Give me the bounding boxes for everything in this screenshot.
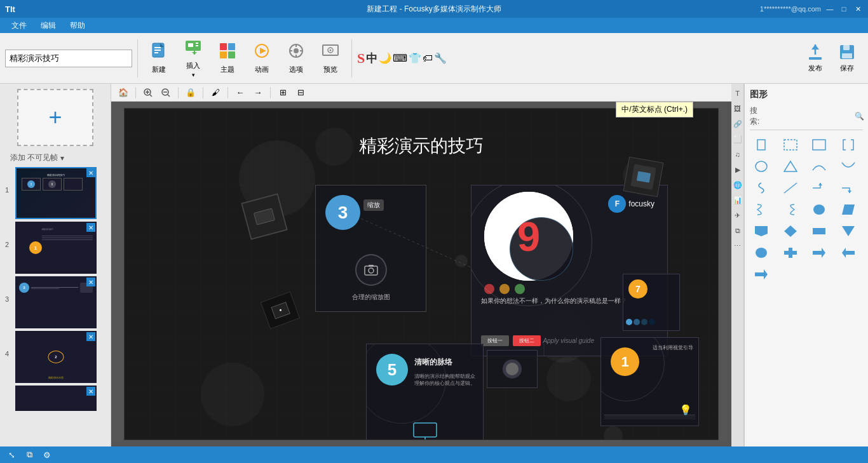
slide-thumb-1[interactable]: ✕ 精彩演示的技巧 3 9 — [15, 167, 97, 219]
rp-globe-icon[interactable]: 🌐 — [731, 178, 744, 192]
rp-layers-icon[interactable]: ⧉ — [731, 224, 744, 238]
shape-arc-top[interactable] — [808, 157, 831, 176]
shape-arrow-down-right[interactable] — [837, 178, 860, 198]
brand-keyboard-icon[interactable]: ⌨ — [393, 52, 407, 64]
shape-arrow-right2-filled[interactable] — [750, 265, 773, 284]
brand-tools-icon[interactable]: 🔧 — [434, 52, 447, 64]
shape-curve-s-left[interactable] — [750, 200, 773, 219]
rp-chart-icon[interactable]: 📊 — [731, 193, 744, 207]
svg-line-37 — [168, 95, 170, 97]
home-tool-button[interactable]: 🏠 — [116, 86, 130, 100]
settings-status-button[interactable]: ⚙ — [41, 448, 53, 461]
shape-circle-filled[interactable] — [808, 200, 831, 219]
shape-curve-s-right[interactable] — [779, 200, 802, 219]
shape-wavy-left[interactable] — [750, 178, 773, 198]
svg-marker-51 — [784, 161, 797, 171]
slide-thumb-3[interactable]: ✕ 3 — [15, 276, 97, 328]
title-input[interactable] — [5, 50, 132, 67]
shape-dashed-rect[interactable] — [779, 135, 802, 154]
expand-button[interactable]: ⤡ — [5, 448, 18, 461]
rp-link-icon[interactable]: 🔗 — [731, 117, 744, 131]
options-label: 选项 — [289, 65, 303, 74]
brand-moon-icon[interactable]: 🌙 — [379, 52, 391, 64]
animation-button[interactable]: 动画 — [246, 36, 278, 81]
rp-music-icon[interactable]: ♫ — [731, 147, 744, 161]
slide-canvas-5 — [17, 387, 95, 410]
shape-rect[interactable] — [808, 135, 831, 154]
maximize-button[interactable]: □ — [839, 4, 849, 14]
preview-button[interactable]: 预览 — [315, 36, 346, 81]
floating-card-1[interactable] — [623, 157, 664, 198]
shape-circle[interactable] — [750, 157, 773, 176]
brand-tag-icon[interactable]: 🏷 — [423, 53, 433, 64]
rp-more-icon[interactable]: ⋯ — [731, 239, 744, 253]
shape-parallelogram[interactable] — [837, 200, 860, 219]
minimize-button[interactable]: — — [825, 4, 835, 14]
zoom-in-button[interactable] — [141, 86, 155, 100]
align-button[interactable]: ⊟ — [294, 86, 308, 100]
card-5[interactable]: 5 清晰的脉络 清晰的演示结构能帮助观众理解你的核心观点与逻辑。 — [366, 344, 484, 440]
slide-thumb-2[interactable]: ✕ 1 精彩演示技巧 — [15, 222, 97, 274]
add-slide-button[interactable]: + — [17, 89, 93, 146]
card-6[interactable] — [487, 350, 538, 388]
shape-cross[interactable] — [779, 243, 802, 262]
slide-thumb-4[interactable]: ✕ 精彩演示示范 2 — [15, 331, 97, 383]
shape-circle-filled-2[interactable] — [750, 243, 773, 262]
slide-close-5[interactable]: ✕ — [86, 387, 95, 396]
redo-button[interactable]: → — [251, 86, 265, 100]
add-slide-dropdown-icon: ▾ — [60, 154, 64, 163]
shape-triangle-down[interactable] — [837, 222, 860, 241]
shape-arc-empty[interactable] — [837, 157, 860, 176]
rp-text-icon[interactable]: T — [731, 86, 744, 100]
rp-image-icon[interactable]: 🖼 — [731, 102, 744, 116]
new-button[interactable]: 新建 — [143, 36, 175, 81]
svg-marker-69 — [764, 269, 768, 279]
insert-dropdown-icon: ▾ — [192, 72, 195, 78]
add-slide-label[interactable]: 添加 不可见帧 ▾ — [8, 151, 103, 164]
lock-button[interactable]: 🔒 — [184, 86, 198, 100]
zoom-out-button[interactable] — [159, 86, 173, 100]
brand-zh-icon[interactable]: 中 — [366, 51, 377, 66]
shape-arrow-right-filled[interactable] — [808, 243, 831, 262]
toolbar-right: 发布 保存 — [799, 36, 863, 81]
shape-diamond[interactable] — [779, 222, 802, 241]
shape-triangle[interactable] — [779, 157, 802, 176]
tooltip: 中/英文标点 (Ctrl+.) — [616, 102, 693, 117]
shape-pentagon-down[interactable] — [750, 222, 773, 241]
insert-button[interactable]: 插入 ▾ — [177, 36, 209, 81]
shape-rect-wide[interactable] — [808, 222, 831, 241]
card-1-bottom[interactable]: 1 适当利用视觉引导 💡 — [600, 337, 699, 426]
rp-video-icon[interactable]: ▶ — [731, 163, 744, 177]
shape-arrow-right-angle[interactable] — [808, 178, 831, 198]
shape-line-diag[interactable] — [779, 178, 802, 198]
theme-button[interactable]: 主题 — [212, 36, 243, 81]
menu-edit[interactable]: 编辑 — [34, 19, 62, 32]
slide-close-1[interactable]: ✕ — [86, 168, 95, 177]
main-canvas[interactable]: 精彩演示的技巧 3 缩放 合理的缩放图 — [111, 102, 731, 446]
slide-close-2[interactable]: ✕ — [86, 223, 95, 232]
shape-bracket-pair[interactable] — [837, 135, 860, 154]
undo-button[interactable]: ← — [233, 86, 247, 100]
paint-button[interactable]: 🖌 — [208, 86, 222, 100]
options-button[interactable]: 选项 — [280, 36, 312, 81]
rp-shape-icon[interactable]: ⬜ — [731, 132, 744, 146]
grid-button[interactable]: ⊞ — [276, 86, 290, 100]
rp-plane-icon[interactable]: ✈ — [731, 208, 744, 222]
save-button[interactable]: 保存 — [831, 36, 863, 81]
brand-shirt-icon[interactable]: 👕 — [409, 52, 421, 64]
card-7[interactable]: 7 — [623, 274, 680, 331]
menu-file[interactable]: 文件 — [5, 19, 33, 32]
shape-bracket-left[interactable] — [750, 135, 773, 154]
close-button[interactable]: ✕ — [853, 4, 863, 14]
menu-help[interactable]: 帮助 — [64, 19, 92, 32]
publish-button[interactable]: 发布 — [799, 36, 831, 81]
slide-thumb-5[interactable]: ✕ — [15, 386, 97, 411]
slide-view-button[interactable]: ⧉ — [23, 448, 36, 461]
shapes-search-input[interactable] — [759, 112, 855, 121]
slide-close-4[interactable]: ✕ — [86, 332, 95, 341]
shape-arrow-left-filled[interactable] — [837, 243, 860, 262]
card-3[interactable]: 3 缩放 合理的缩放图 — [315, 185, 426, 312]
svg-rect-48 — [784, 140, 797, 150]
presentation-canvas[interactable]: 精彩演示的技巧 3 缩放 合理的缩放图 — [124, 108, 719, 440]
slide-close-3[interactable]: ✕ — [86, 278, 95, 286]
